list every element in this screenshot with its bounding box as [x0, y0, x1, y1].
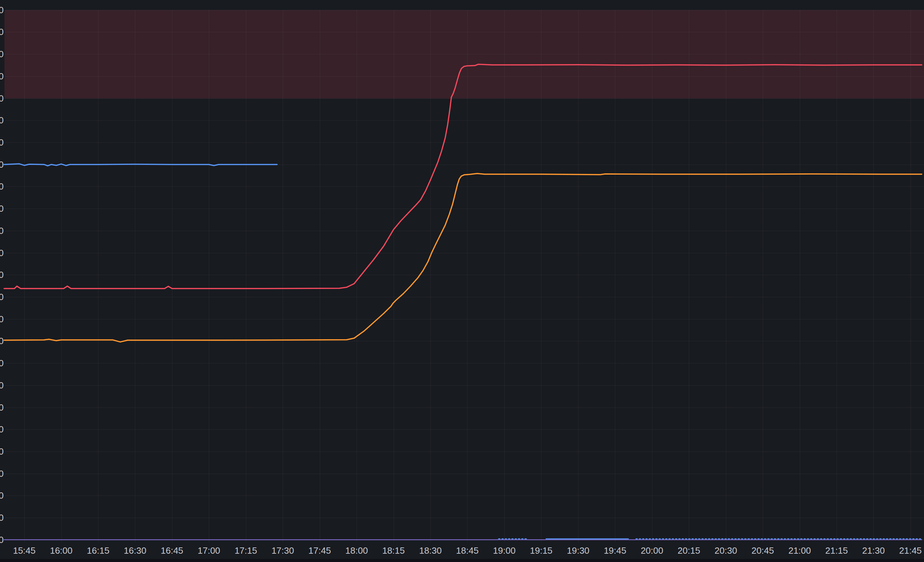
y-tick-label-fragment: 0 — [0, 226, 3, 235]
x-tick-label: 19:45 — [598, 546, 632, 556]
x-tick-label: 18:30 — [414, 546, 447, 556]
y-tick-label-fragment: 0 — [0, 6, 3, 15]
x-tick-label: 20:30 — [709, 546, 742, 556]
y-tick-label-fragment: 0 — [0, 359, 3, 368]
y-tick-label-fragment: 0 — [0, 315, 3, 324]
x-tick-label: 18:15 — [377, 546, 410, 556]
y-tick-label-fragment: 0 — [0, 94, 3, 103]
y-tick-label-fragment: 0 — [0, 182, 3, 191]
y-tick-label-fragment: 0 — [0, 403, 3, 412]
x-tick-label: 16:15 — [81, 546, 115, 556]
y-tick-label-fragment: 0 — [0, 381, 3, 390]
y-tick-label-fragment: 0 — [0, 425, 3, 434]
x-tick-label: 15:45 — [8, 546, 41, 556]
x-tick-label: 20:15 — [672, 546, 705, 556]
y-tick-label-fragment: 0 — [0, 469, 3, 478]
y-tick-label-fragment: 0 — [0, 138, 3, 147]
x-tick-label: 21:45 — [894, 546, 924, 556]
y-tick-label-fragment: 0 — [0, 491, 3, 500]
y-tick-label-fragment: 0 — [0, 204, 3, 213]
y-tick-label-fragment: 0 — [0, 535, 3, 544]
y-tick-label-fragment: 0 — [0, 293, 3, 302]
x-tick-label: 17:15 — [229, 546, 262, 556]
x-tick-label: 20:45 — [746, 546, 779, 556]
x-tick-label: 21:15 — [820, 546, 853, 556]
y-tick-label-fragment: 0 — [0, 513, 3, 522]
grafana-timeseries-panel: 15:4516:0016:1516:3016:4517:0017:1517:30… — [0, 0, 924, 559]
y-tick-label-fragment: 0 — [0, 248, 3, 257]
y-tick-label-fragment: 0 — [0, 447, 3, 456]
x-tick-label: 19:30 — [561, 546, 595, 556]
y-tick-label-fragment: 0 — [0, 160, 3, 169]
y-tick-label-fragment: 0 — [0, 116, 3, 125]
x-tick-label: 21:00 — [783, 546, 816, 556]
x-tick-label: 20:00 — [635, 546, 669, 556]
x-tick-label: 17:00 — [192, 546, 225, 556]
x-tick-label: 17:30 — [266, 546, 299, 556]
x-tick-label: 19:00 — [488, 546, 521, 556]
series-layer — [0, 0, 924, 559]
x-tick-label: 18:45 — [450, 546, 484, 556]
y-tick-label-fragment: 0 — [0, 49, 3, 58]
x-tick-label: 17:45 — [303, 546, 336, 556]
y-tick-label-fragment: 0 — [0, 336, 3, 345]
series-orange-main — [4, 173, 922, 342]
x-tick-label: 16:00 — [45, 546, 78, 556]
x-tick-label: 16:30 — [118, 546, 152, 556]
x-tick-label: 19:15 — [524, 546, 558, 556]
y-tick-label-fragment: 0 — [0, 27, 3, 36]
y-tick-label-fragment: 0 — [0, 72, 3, 81]
screenshot-root: { "panel": { "kind": "grafana-style time… — [0, 0, 924, 562]
x-tick-label: 16:45 — [155, 546, 189, 556]
x-tick-label: 21:30 — [857, 546, 890, 556]
series-blue-main — [4, 164, 277, 166]
series-red-main — [4, 64, 922, 288]
y-tick-label-fragment: 0 — [0, 270, 3, 279]
x-tick-label: 18:00 — [340, 546, 373, 556]
